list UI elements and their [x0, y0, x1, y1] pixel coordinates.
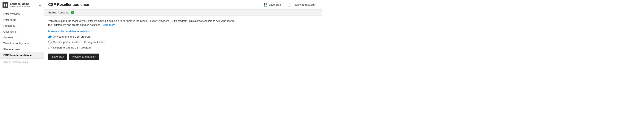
sidebar: contoso_demo Software as a Service ⇄ Off… [0, 0, 44, 65]
sidebar-item-offer-overview[interactable]: Offer overview [0, 11, 44, 17]
sidebar-item-offer-setup[interactable]: Offer setup [0, 17, 44, 23]
radio-label-specific-partners: Specific partners in the CSP program I s… [53, 41, 106, 44]
save-draft-button-top[interactable]: 💾 Save draft [262, 2, 282, 7]
save-draft-button[interactable]: Save draft [48, 54, 67, 60]
radio-label-no-partners: No partners in the CSP program [53, 46, 90, 49]
status-complete-icon: ✓ [71, 11, 74, 14]
offer-id: Offer ID: contoso_demo [3, 61, 28, 63]
svg-rect-0 [4, 4, 5, 5]
save-icon: 💾 [264, 3, 267, 7]
radio-input-no-partners[interactable] [48, 46, 52, 49]
main-content: CSP Reseller audience 💾 Save draft 📄 Rev… [44, 0, 322, 65]
sidebar-item-preview[interactable]: Preview [0, 35, 44, 41]
radio-item-specific-partners[interactable]: Specific partners in the CSP program I s… [48, 41, 318, 44]
svg-rect-3 [6, 5, 7, 7]
sidebar-footer: Offer ID: contoso_demo [0, 58, 44, 65]
status-label: Status: [48, 11, 57, 14]
content-area: You can expand the reach of your offer b… [44, 16, 322, 65]
status-value: Complete [58, 11, 69, 14]
review-publish-button[interactable]: Review and publish [69, 54, 99, 60]
required-mark: * [90, 30, 90, 33]
app-subtitle: Software as a Service [10, 6, 30, 8]
sidebar-item-technical-configuration[interactable]: Technical configuration [0, 41, 44, 46]
radio-label-any-partner: Any partner in the CSP program [53, 35, 90, 38]
sidebar-title: contoso_demo Software as a Service [10, 2, 30, 8]
radio-item-no-partners[interactable]: No partners in the CSP program [48, 46, 318, 49]
radio-input-any-partner[interactable] [48, 35, 52, 38]
top-actions: 💾 Save draft 📄 Review and publish [262, 2, 318, 7]
radio-input-specific-partners[interactable] [48, 41, 52, 44]
expand-icon[interactable]: ⇄ [39, 4, 41, 7]
sidebar-header: contoso_demo Software as a Service ⇄ [0, 0, 44, 10]
review-publish-button-top[interactable]: 📄 Review and publish [286, 2, 318, 7]
description-text: You can expand the reach of your offer b… [48, 19, 237, 27]
app-name: contoso_demo [10, 2, 30, 6]
app-logo [2, 2, 8, 8]
sidebar-item-properties[interactable]: Properties [0, 23, 44, 29]
sidebar-item-plan-overview[interactable]: Plan overview [0, 46, 44, 52]
bottom-actions: Save draft Review and publish [48, 54, 318, 60]
save-draft-label-top: Save draft [268, 3, 281, 6]
svg-rect-2 [4, 5, 5, 7]
page-title: CSP Reseller audience [48, 3, 89, 7]
sidebar-nav: Offer overviewOffer setupPropertiesOffer… [0, 10, 44, 58]
svg-rect-1 [6, 4, 7, 5]
sidebar-item-offer-listing[interactable]: Offer listing [0, 29, 44, 35]
radio-group: Any partner in the CSP programSpecific p… [48, 35, 318, 49]
publish-icon: 📄 [288, 3, 291, 7]
top-bar: CSP Reseller audience 💾 Save draft 📄 Rev… [44, 0, 322, 10]
sidebar-item-csp-reseller-audience[interactable]: CSP Reseller audience [0, 52, 44, 58]
section-label: Make my offer available for resell to* [48, 30, 318, 33]
radio-item-any-partner[interactable]: Any partner in the CSP program [48, 35, 318, 38]
learn-more-link[interactable]: Learn more [102, 24, 115, 27]
review-publish-label-top: Review and publish [292, 3, 316, 6]
status-bar: Status: Complete ✓ [44, 10, 322, 16]
